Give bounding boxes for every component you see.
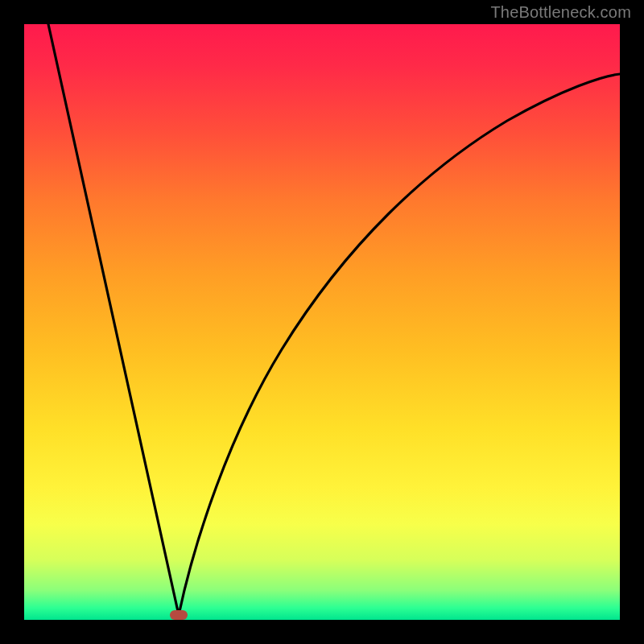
x-axis (23, 620, 621, 621)
y-axis (23, 24, 24, 621)
watermark-text: TheBottleneck.com (490, 3, 631, 22)
chart-stage: TheBottleneck.com (0, 0, 644, 644)
plot-area (24, 24, 620, 620)
curve-path (48, 24, 620, 615)
minimum-marker (170, 610, 188, 620)
bottleneck-curve (24, 24, 620, 620)
